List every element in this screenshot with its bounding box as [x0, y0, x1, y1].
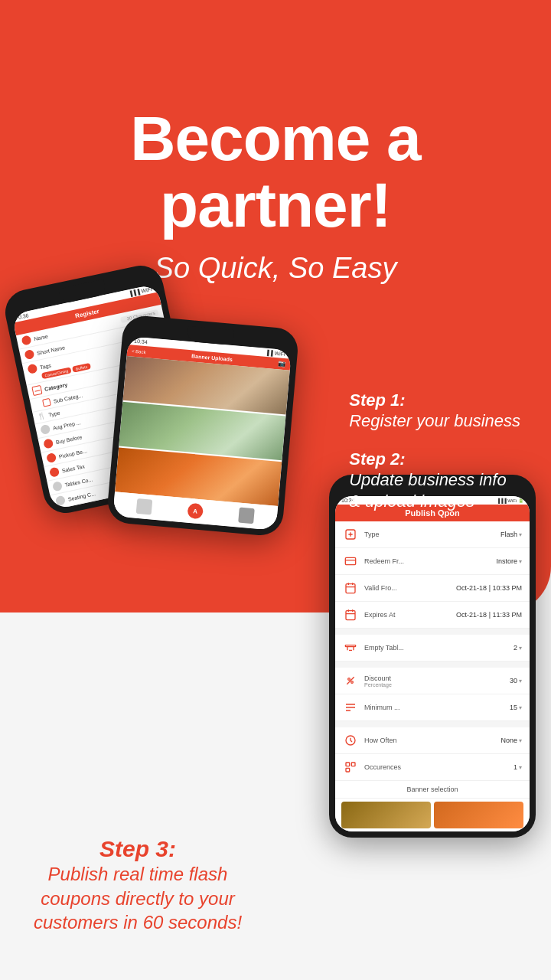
step2: Step 2: Update business info& upload ima… [349, 449, 520, 513]
step1-label: Step 1: [349, 390, 520, 410]
banner-thumb-2[interactable] [434, 802, 523, 828]
svg-rect-1 [345, 557, 355, 564]
redeem-icon [343, 554, 358, 569]
svg-rect-2 [346, 584, 355, 593]
howoften-icon [343, 733, 358, 748]
banner-thumb-1[interactable] [341, 802, 431, 828]
step2-label: Step 2: [349, 449, 520, 469]
expires-icon [343, 607, 358, 622]
hero-subtitle: So Quick, So Easy [155, 252, 397, 285]
svg-rect-3 [346, 611, 355, 620]
svg-rect-9 [346, 768, 350, 772]
svg-rect-7 [346, 763, 350, 766]
svg-rect-4 [345, 645, 355, 647]
validfrom-icon [343, 580, 358, 596]
banner-selection-label: Banner selection [335, 781, 530, 799]
step3-desc: Publish real time flash coupons directly… [23, 862, 253, 934]
minimum-icon [343, 700, 358, 715]
bottom-section: Step 1: Register your business Step 2: U… [0, 368, 551, 980]
occurences-icon [343, 760, 358, 775]
svg-rect-8 [351, 763, 355, 766]
phone-banner: 10:34 ▐▐ WiFi < Back Banner Uploads 📷 A [106, 314, 300, 537]
tables-icon [343, 640, 358, 655]
step3-container: Step 3: Publish real time flash coupons … [23, 836, 253, 934]
svg-point-5 [348, 678, 350, 681]
svg-point-6 [351, 681, 354, 684]
steps-container: Step 1: Register your business Step 2: U… [349, 390, 520, 530]
hero-title: Become a partner! [130, 106, 420, 237]
step3-label: Step 3: [23, 836, 253, 862]
step1: Step 1: Register your business [349, 390, 520, 433]
step2-desc: Update business info& upload images [349, 469, 520, 513]
discount-icon [343, 673, 358, 688]
step1-desc: Register your business [349, 410, 520, 433]
